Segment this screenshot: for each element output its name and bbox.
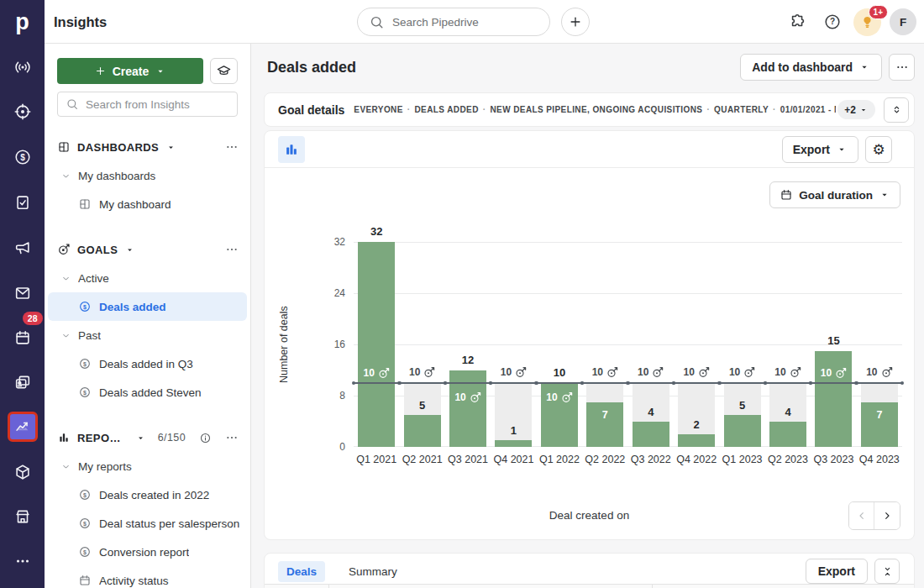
x-tick-label: Q3 2022 [628, 454, 674, 465]
sidebar-item-deals-added-in-q3[interactable]: $Deals added in Q3 [45, 349, 250, 378]
global-search-placeholder: Search Pipedrive [392, 16, 479, 29]
sidebar-item-conversion-report[interactable]: $Conversion report [45, 538, 250, 566]
sidebar-group-my-dashboards[interactable]: My dashboards [45, 161, 250, 190]
deals-bar[interactable] [724, 415, 761, 447]
deals-bar[interactable] [633, 422, 669, 448]
section-menu-button[interactable] [225, 140, 239, 154]
rail-item-insights[interactable] [8, 412, 38, 442]
avatar[interactable]: F [890, 8, 916, 35]
sidebar-item-deals-created-in-2022[interactable]: $Deals created in 2022 [45, 480, 250, 509]
deals-bar[interactable] [404, 415, 441, 447]
deals-bar[interactable] [769, 422, 806, 448]
bar-value-label: 15 [811, 334, 856, 347]
sidebar-section-header-reports[interactable]: REPORTS6/150 [45, 423, 250, 452]
bar-value-label: 4 [628, 406, 674, 418]
create-button[interactable]: Create [57, 58, 203, 84]
rail-item-contacts[interactable] [8, 367, 38, 397]
sidebar-group-my-reports[interactable]: My reports [45, 452, 250, 480]
rail-item-deals-coin[interactable]: $ [8, 142, 38, 172]
pipedrive-logo[interactable]: p [0, 0, 45, 44]
goal-details-more-pill[interactable]: +2 [837, 100, 875, 119]
whats-new-button[interactable]: 1+ [853, 8, 881, 36]
pager-previous-button[interactable] [849, 502, 874, 529]
bar-slot-q4-2023: 10 7 [857, 242, 902, 447]
goal-gap-bar [861, 383, 898, 402]
rail-item-mail[interactable] [8, 278, 38, 308]
goal-details-expand-button[interactable] [884, 97, 909, 123]
rail-item-target[interactable] [8, 97, 38, 127]
rail-item-more[interactable] [8, 546, 38, 576]
pager-next-button[interactable] [874, 502, 900, 529]
chart-type-bar-button[interactable] [278, 136, 305, 163]
goal-line [400, 382, 445, 384]
rail-item-broadcast[interactable] [8, 52, 38, 82]
integrations-button[interactable] [788, 12, 808, 32]
x-tick-label: Q3 2021 [445, 454, 491, 465]
sidebar-item-deals-added[interactable]: $Deals added [48, 292, 247, 321]
settings-button[interactable]: ⚙ [865, 136, 892, 163]
sidebar-group-past[interactable]: Past [45, 321, 250, 349]
sidebar-group-active[interactable]: Active [45, 264, 250, 292]
caret-down-icon [155, 66, 166, 77]
collapse-panel-button[interactable] [874, 559, 900, 584]
svg-text:$: $ [83, 549, 87, 556]
sidebar-item-deals-added-steven[interactable]: $Deals added Steven [45, 378, 250, 407]
global-search-input[interactable]: Search Pipedrive [357, 8, 550, 36]
app-title: Insights [54, 0, 107, 44]
goal-value-label: 10 [719, 366, 764, 378]
rail-item-campaigns[interactable] [8, 233, 38, 263]
bar-value-label: 4 [765, 406, 811, 418]
deals-bar[interactable] [678, 434, 715, 447]
chart-pager [848, 501, 900, 530]
insights-search-input[interactable]: Search from Insights [57, 92, 238, 117]
tab-deals[interactable]: Deals [278, 561, 325, 582]
sidebar-item-my-dashboard[interactable]: My dashboard [45, 190, 250, 218]
rail-item-tasks[interactable] [8, 187, 38, 218]
goal-line [537, 382, 582, 384]
section-menu-button[interactable] [225, 431, 239, 444]
deals-bar[interactable] [815, 351, 852, 447]
bar-chart-plot: 3210 10 51210 10 11010 10 710 410 210 51… [354, 242, 902, 447]
svg-text:$: $ [83, 361, 87, 368]
export-button[interactable]: Export [782, 136, 858, 163]
rail-item-calendar[interactable]: 28 [8, 323, 38, 353]
bar-slot-q2-2023: 10 4 [765, 242, 811, 447]
rail-item-marketplace[interactable] [8, 501, 38, 532]
sidebar-section-header-goals[interactable]: GOALS [45, 235, 250, 264]
bar-value-label: 12 [445, 354, 491, 366]
svg-text:$: $ [83, 390, 87, 396]
gear-icon: ⚙ [872, 141, 885, 159]
add-to-dashboard-button[interactable]: Add to dashboard [740, 54, 882, 81]
results-export-button[interactable]: Export [806, 559, 868, 584]
calendar-icon [13, 328, 32, 347]
grid-icon [57, 140, 71, 154]
goal-line [674, 382, 719, 384]
goal-line [628, 382, 674, 384]
caret-down-icon [879, 189, 890, 201]
sidebar-item-deal-status-per-salesperson[interactable]: $Deal status per salesperson [45, 509, 250, 538]
sidebar-section-dashboards: DASHBOARDSMy dashboardsMy dashboard [45, 133, 250, 218]
deals-bar[interactable] [358, 242, 395, 447]
info-icon[interactable] [199, 432, 212, 444]
tab-summary[interactable]: Summary [340, 561, 406, 582]
contacts-icon [13, 373, 32, 391]
goal-duration-button[interactable]: Goal duration [769, 181, 900, 208]
rail-item-products[interactable] [8, 457, 38, 487]
goal-details-bar: Goal details EVERYONE·DEALS ADDED·NEW DE… [264, 92, 915, 127]
learn-button[interactable] [210, 58, 238, 84]
help-button[interactable]: ? [822, 12, 843, 32]
goal-value-label: 10 [857, 366, 902, 378]
search-icon [369, 14, 385, 30]
marketplace-icon [13, 507, 32, 526]
deals-bar[interactable] [495, 440, 532, 447]
more-actions-button[interactable] [889, 54, 915, 81]
sidebar-item-activity-status[interactable]: Activity status [45, 566, 250, 588]
section-menu-button[interactable] [225, 243, 239, 256]
chevron-down-icon [60, 330, 71, 341]
goal-value-label: 10 [628, 366, 674, 378]
sidebar-section-header-dashboards[interactable]: DASHBOARDS [45, 133, 250, 161]
results-table-header [265, 584, 914, 588]
bar-slot-q2-2022: 10 7 [582, 242, 627, 447]
goal-details-summary: EVERYONE·DEALS ADDED·NEW DEALS PIPELINE,… [354, 105, 836, 114]
quick-add-button[interactable] [561, 8, 590, 36]
